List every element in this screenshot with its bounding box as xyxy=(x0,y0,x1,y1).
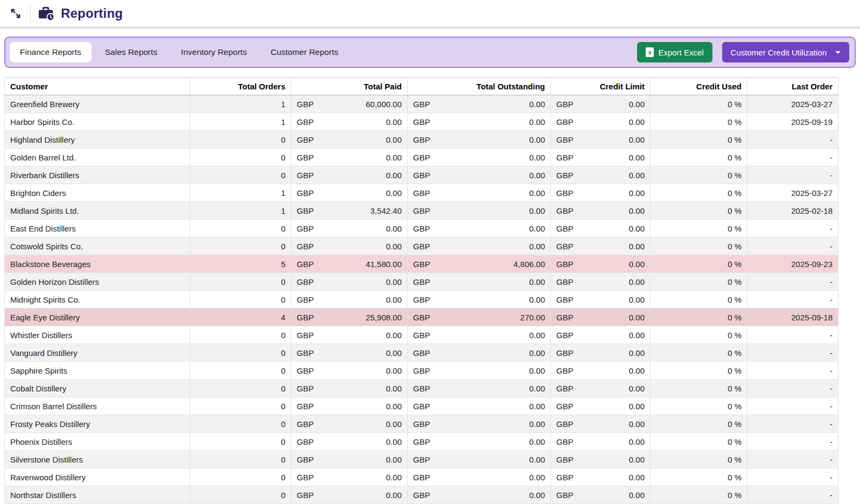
cell-total-orders: 0 xyxy=(190,486,291,504)
table-row-vanguard-distillery[interactable]: Vanguard Distillery0GBP0.00GBP0.00GBP0.0… xyxy=(5,344,838,362)
currency-code: GBP xyxy=(297,171,314,180)
cell-total-orders: 0 xyxy=(190,415,291,433)
cell-credit-used: 0 % xyxy=(651,237,747,255)
cell-total-orders: 0 xyxy=(190,397,291,415)
cell-last-order: - xyxy=(747,273,838,291)
amount-value: 0.00 xyxy=(529,419,545,429)
amount-value: 0.00 xyxy=(386,277,402,286)
currency-code: GBP xyxy=(297,419,314,429)
currency-code: GBP xyxy=(413,135,430,144)
cell-total-paid: GBP25,908.00 xyxy=(291,309,408,326)
table-row-brighton-ciders[interactable]: Brighton Ciders1GBP0.00GBP0.00GBP0.000 %… xyxy=(5,184,838,202)
amount-value: 0.00 xyxy=(529,100,545,109)
amount-value: 0.00 xyxy=(386,384,402,393)
expand-icon[interactable] xyxy=(6,4,25,23)
cell-last-order: - xyxy=(747,291,838,309)
table-row-highland-distillery[interactable]: Highland Distillery0GBP0.00GBP0.00GBP0.0… xyxy=(5,131,838,149)
customer-credit-utilization-dropdown[interactable]: Customer Credit Utilization xyxy=(722,42,849,62)
currency-code: GBP xyxy=(297,117,314,127)
table-row-greenfield-brewery[interactable]: Greenfield Brewery1GBP60,000.00GBP0.00GB… xyxy=(5,95,838,113)
cell-total-orders: 0 xyxy=(190,326,291,344)
currency-code: GBP xyxy=(556,295,574,304)
currency-code: GBP xyxy=(297,260,314,269)
cell-customer: Greenfield Brewery xyxy=(5,95,190,113)
cell-credit-limit: GBP0.00 xyxy=(551,433,651,451)
cell-total-orders: 0 xyxy=(190,362,291,380)
table-row-ravenwood-distillery[interactable]: Ravenwood Distillery0GBP0.00GBP0.00GBP0.… xyxy=(5,468,838,486)
cell-total-outstanding: GBP4,806.00 xyxy=(408,255,551,273)
currency-code: GBP xyxy=(556,260,574,269)
table-row-golden-horizon-distillers[interactable]: Golden Horizon Distillers0GBP0.00GBP0.00… xyxy=(5,273,838,291)
table-row-phoenix-distillers[interactable]: Phoenix Distillers0GBP0.00GBP0.00GBP0.00… xyxy=(5,433,838,451)
amount-value: 0.00 xyxy=(386,366,402,375)
briefcase-clock-icon xyxy=(37,6,54,21)
cell-last-order: - xyxy=(747,486,838,504)
cell-credit-used: 0 % xyxy=(651,433,747,451)
table-row-blackstone-beverages[interactable]: Blackstone Beverages5GBP41,580.00GBP4,80… xyxy=(5,255,838,273)
currency-code: GBP xyxy=(297,295,314,304)
cell-last-order: 2025-09-18 xyxy=(747,309,838,326)
table-row-east-end-distillers[interactable]: East End Distillers0GBP0.00GBP0.00GBP0.0… xyxy=(5,220,838,237)
table-row-cotswold-spirits-co[interactable]: Cotswold Spirits Co.0GBP0.00GBP0.00GBP0.… xyxy=(5,237,838,255)
cell-customer: Golden Barrel Ltd. xyxy=(5,149,190,166)
amount-value: 0.00 xyxy=(529,171,545,180)
currency-code: GBP xyxy=(297,437,314,446)
tab-inventory-reports[interactable]: Inventory Reports xyxy=(171,42,257,62)
cell-last-order: 2025-09-19 xyxy=(747,113,838,131)
amount-value: 0.00 xyxy=(386,242,402,251)
table-row-cobalt-distillery[interactable]: Cobalt Distillery0GBP0.00GBP0.00GBP0.000… xyxy=(5,380,838,397)
table-row-frosty-peaks-distillery[interactable]: Frosty Peaks Distillery0GBP0.00GBP0.00GB… xyxy=(5,415,838,433)
amount-value: 0.00 xyxy=(629,313,645,322)
cell-credit-used: 0 % xyxy=(651,486,747,504)
cell-customer: Phoenix Distillers xyxy=(5,433,190,451)
table-row-eagle-eye-distillery[interactable]: Eagle Eye Distillery4GBP25,908.00GBP270.… xyxy=(5,309,838,326)
table-row-midnight-spirits-co[interactable]: Midnight Spirits Co.0GBP0.00GBP0.00GBP0.… xyxy=(5,291,838,309)
cell-total-outstanding: GBP0.00 xyxy=(408,95,551,113)
tab-customer-reports[interactable]: Customer Reports xyxy=(260,42,348,62)
table-row-harbor-spirits-co[interactable]: Harbor Spirits Co.1GBP0.00GBP0.00GBP0.00… xyxy=(5,113,838,131)
currency-code: GBP xyxy=(413,153,430,162)
cell-credit-used: 0 % xyxy=(651,380,747,397)
table-row-whistler-distillers[interactable]: Whistler Distillers0GBP0.00GBP0.00GBP0.0… xyxy=(5,326,838,344)
cell-total-outstanding: GBP0.00 xyxy=(408,291,551,309)
cell-total-paid: GBP0.00 xyxy=(291,468,408,486)
cell-total-orders: 0 xyxy=(190,166,291,184)
cell-credit-used: 0 % xyxy=(651,255,747,273)
cell-total-paid: GBP0.00 xyxy=(291,291,408,309)
cell-customer: Crimson Barrel Distillers xyxy=(5,397,190,415)
page-title: Reporting xyxy=(61,6,123,21)
cell-credit-limit: GBP0.00 xyxy=(551,237,651,255)
cell-total-orders: 0 xyxy=(190,451,291,468)
amount-value: 0.00 xyxy=(529,206,545,215)
cell-total-paid: GBP0.00 xyxy=(291,344,408,362)
tab-sales-reports[interactable]: Sales Reports xyxy=(95,42,167,62)
currency-code: GBP xyxy=(556,419,574,429)
cell-credit-limit: GBP0.00 xyxy=(551,486,651,504)
tab-finance-reports[interactable]: Finance Reports xyxy=(10,42,92,62)
amount-value: 0.00 xyxy=(386,171,402,180)
cell-total-paid: GBP0.00 xyxy=(291,184,408,202)
table-row-sapphire-spirits[interactable]: Sapphire Spirits0GBP0.00GBP0.00GBP0.000 … xyxy=(5,362,838,380)
cell-total-orders: 0 xyxy=(190,291,291,309)
table-row-northstar-distillers[interactable]: Northstar Distillers0GBP0.00GBP0.00GBP0.… xyxy=(5,486,838,504)
table-row-midland-spirits-ltd[interactable]: Midland Spirits Ltd.1GBP3,542.40GBP0.00G… xyxy=(5,202,838,220)
cell-total-outstanding: GBP0.00 xyxy=(408,237,551,255)
cell-total-paid: GBP0.00 xyxy=(291,131,408,149)
table-row-silverstone-distillers[interactable]: Silverstone Distillers0GBP0.00GBP0.00GBP… xyxy=(5,451,838,468)
cell-total-outstanding: GBP0.00 xyxy=(408,326,551,344)
cell-total-orders: 1 xyxy=(190,113,291,131)
currency-code: GBP xyxy=(413,473,430,482)
table-row-crimson-barrel-distillers[interactable]: Crimson Barrel Distillers0GBP0.00GBP0.00… xyxy=(5,397,838,415)
amount-value: 0.00 xyxy=(386,188,402,198)
cell-credit-used: 0 % xyxy=(651,451,747,468)
table-row-golden-barrel-ltd[interactable]: Golden Barrel Ltd.0GBP0.00GBP0.00GBP0.00… xyxy=(5,149,838,166)
cell-last-order: - xyxy=(747,380,838,397)
cell-total-paid: GBP0.00 xyxy=(291,326,408,344)
cell-credit-used: 0 % xyxy=(651,95,747,113)
currency-code: GBP xyxy=(413,313,430,322)
export-excel-button[interactable]: x Export Excel xyxy=(637,42,712,62)
table-row-riverbank-distillers[interactable]: Riverbank Distillers0GBP0.00GBP0.00GBP0.… xyxy=(5,166,838,184)
amount-value: 0.00 xyxy=(629,331,645,340)
currency-code: GBP xyxy=(413,366,430,375)
amount-value: 0.00 xyxy=(529,473,545,482)
